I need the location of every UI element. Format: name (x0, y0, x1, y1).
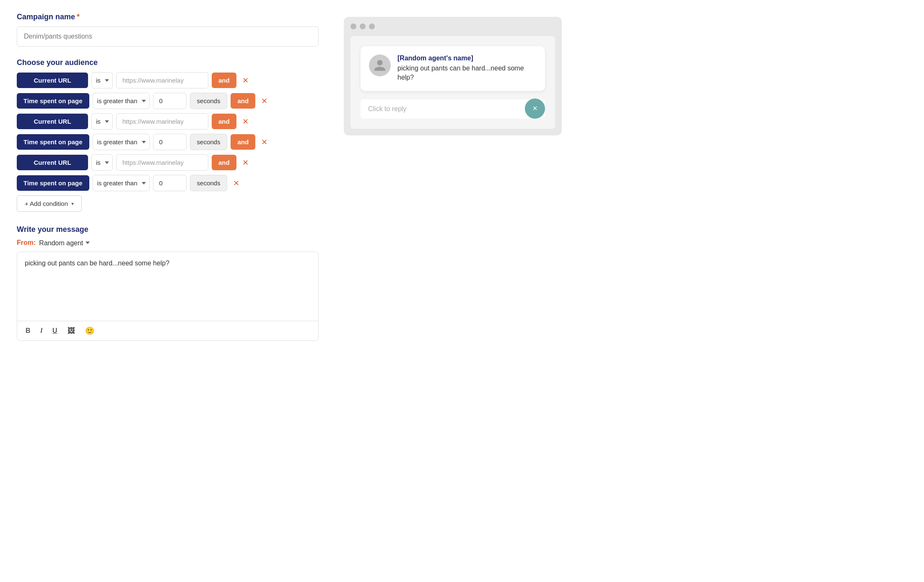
time-spent-button-3[interactable]: Time spent on page (17, 175, 89, 191)
time-value-2[interactable] (153, 134, 187, 150)
url-input-3[interactable] (116, 154, 208, 171)
current-url-button-3[interactable]: Current URL (17, 155, 88, 170)
greater-than-select-1[interactable]: is greater than (93, 93, 150, 109)
time-value-3[interactable] (153, 175, 187, 191)
and-button-2[interactable]: and (231, 93, 255, 109)
message-section: Write your message From: Random agent pi… (17, 225, 319, 341)
chevron-down-icon: ▾ (71, 201, 74, 207)
seconds-badge-1: seconds (190, 93, 228, 109)
message-section-label: Write your message (17, 225, 319, 234)
remove-condition-4[interactable]: ✕ (259, 137, 270, 148)
emoji-button[interactable]: 🙂 (83, 325, 96, 336)
condition-row-4: Time spent on page is greater than secon… (17, 134, 319, 150)
time-spent-button-1[interactable]: Time spent on page (17, 93, 89, 109)
greater-than-select-2[interactable]: is greater than (93, 134, 150, 150)
reply-area[interactable]: Click to reply (361, 99, 545, 119)
italic-button[interactable]: I (39, 326, 44, 335)
chat-bubble: [Random agent's name] picking out pants … (361, 46, 545, 91)
condition-row-1: Current URL is and ✕ (17, 72, 319, 88)
operator-select-1[interactable]: is (91, 72, 113, 88)
left-panel: Campaign name* Choose your audience Curr… (17, 13, 319, 341)
message-editor: picking out pants can be hard...need som… (17, 252, 319, 341)
and-button-4[interactable]: and (231, 134, 255, 150)
message-textarea[interactable]: picking out pants can be hard...need som… (17, 252, 318, 319)
and-button-3[interactable]: and (212, 114, 236, 129)
condition-row-3: Current URL is and ✕ (17, 113, 319, 130)
and-button-5[interactable]: and (212, 155, 236, 170)
close-icon: × (532, 104, 537, 113)
time-value-1[interactable] (153, 93, 187, 109)
audience-section: Choose your audience Current URL is and … (17, 58, 319, 212)
avatar (369, 55, 391, 76)
from-agent-select[interactable]: Random agent (39, 239, 91, 247)
preview-browser: [Random agent's name] picking out pants … (344, 17, 562, 135)
underline-button[interactable]: U (51, 326, 59, 335)
condition-row-6: Time spent on page is greater than secon… (17, 175, 319, 191)
greater-than-select-3[interactable]: is greater than (93, 175, 150, 191)
operator-select-3[interactable]: is (91, 154, 113, 171)
remove-condition-1[interactable]: ✕ (240, 75, 251, 86)
browser-dots (350, 23, 555, 29)
image-button[interactable]: 🖼 (66, 326, 77, 336)
url-input-2[interactable] (116, 113, 208, 130)
dot-3 (369, 23, 375, 29)
remove-condition-5[interactable]: ✕ (240, 157, 251, 168)
preview-content: [Random agent's name] picking out pants … (350, 36, 555, 129)
audience-label: Choose your audience (17, 58, 319, 67)
from-row: From: Random agent (17, 239, 319, 247)
dot-1 (350, 23, 356, 29)
preview-agent-name: [Random agent's name] (397, 55, 537, 62)
preview-message: picking out pants can be hard...need som… (397, 64, 537, 83)
editor-toolbar: B I U 🖼 🙂 (17, 321, 318, 340)
from-label: From: (17, 239, 36, 247)
time-spent-button-2[interactable]: Time spent on page (17, 134, 89, 150)
operator-select-2[interactable]: is (91, 113, 113, 130)
bubble-content: [Random agent's name] picking out pants … (397, 55, 537, 83)
remove-condition-3[interactable]: ✕ (240, 116, 251, 127)
url-input-1[interactable] (116, 72, 208, 88)
bold-button[interactable]: B (24, 326, 32, 335)
seconds-badge-3: seconds (190, 175, 228, 191)
add-condition-button[interactable]: + Add condition ▾ (17, 195, 82, 212)
remove-condition-2[interactable]: ✕ (259, 96, 270, 107)
campaign-name-section: Campaign name* (17, 13, 319, 58)
close-preview-button[interactable]: × (525, 99, 545, 119)
current-url-button-2[interactable]: Current URL (17, 114, 88, 129)
current-url-button-1[interactable]: Current URL (17, 73, 88, 88)
seconds-badge-2: seconds (190, 134, 228, 150)
required-star: * (77, 13, 80, 21)
campaign-name-label: Campaign name* (17, 13, 319, 21)
condition-row-5: Current URL is and ✕ (17, 154, 319, 171)
right-panel: [Random agent's name] picking out pants … (344, 13, 604, 341)
campaign-name-input[interactable] (17, 26, 319, 47)
remove-condition-6[interactable]: ✕ (231, 178, 242, 189)
condition-row-2: Time spent on page is greater than secon… (17, 93, 319, 109)
and-button-1[interactable]: and (212, 73, 236, 88)
dot-2 (360, 23, 366, 29)
